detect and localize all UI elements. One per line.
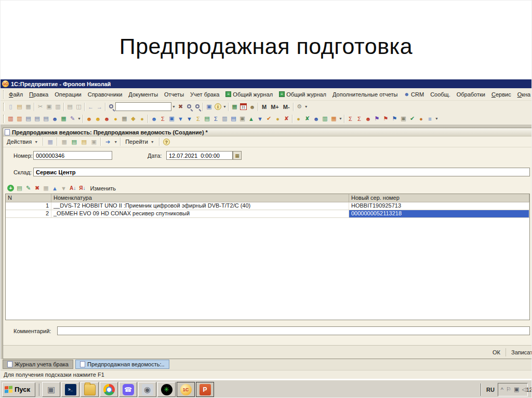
custom-icon[interactable]: ▥ bbox=[15, 114, 24, 123]
paste-icon[interactable]: ▥ bbox=[54, 102, 62, 111]
help-icon[interactable]: ? bbox=[163, 139, 170, 145]
move-down-icon[interactable]: ▼ bbox=[59, 184, 68, 193]
copy-icon[interactable]: ▣ bbox=[45, 102, 54, 111]
custom-icon[interactable]: Σ bbox=[355, 114, 364, 123]
open-icon[interactable]: ▤ bbox=[15, 102, 24, 111]
menu-item-учет-брака[interactable]: Учет брака bbox=[187, 90, 222, 99]
table-row[interactable]: 1__DVS-T2 HOBBIT UNO II :Приемник цифров… bbox=[6, 202, 529, 210]
find-next-icon[interactable] bbox=[187, 104, 191, 108]
network-icon[interactable]: ▣ bbox=[514, 386, 519, 393]
clear-search-icon[interactable]: ✖ bbox=[176, 102, 185, 111]
custom-icon[interactable]: ● bbox=[273, 114, 282, 123]
mdi-tab[interactable]: Журнал учета брака bbox=[3, 360, 73, 369]
ok-button[interactable]: ОК bbox=[487, 348, 506, 357]
custom-dropdown-icon[interactable]: ▼ bbox=[77, 117, 82, 120]
viber-button[interactable]: ☎ bbox=[119, 382, 137, 397]
custom-icon[interactable]: ≡ bbox=[425, 114, 434, 123]
copy-row-icon[interactable]: ▤ bbox=[15, 184, 24, 193]
custom-icon[interactable]: ✔ bbox=[264, 114, 273, 123]
custom-icon[interactable]: ▣ bbox=[238, 114, 247, 123]
menu-item-операции[interactable]: Операции bbox=[51, 90, 84, 99]
custom-icon[interactable]: ☻ bbox=[85, 114, 94, 123]
cut-icon[interactable]: ✂ bbox=[36, 102, 45, 111]
comment-field[interactable] bbox=[57, 326, 530, 335]
search-dropdown-icon[interactable]: ▼ bbox=[171, 105, 176, 108]
menu-item-отчеты[interactable]: Отчеты bbox=[161, 90, 187, 99]
table-cell[interactable]: HOBBIT190925713 bbox=[349, 202, 529, 210]
icq-button[interactable]: ✳ bbox=[157, 382, 176, 397]
info-icon[interactable]: i bbox=[215, 103, 221, 110]
menu-item-документы[interactable]: Документы bbox=[125, 90, 161, 99]
find-prev-icon[interactable] bbox=[195, 104, 200, 108]
toolbar-grip[interactable] bbox=[3, 103, 5, 111]
move-up-icon[interactable]: ▲ bbox=[50, 184, 59, 193]
custom-icon[interactable]: ☻ bbox=[312, 114, 321, 123]
goto-menu-button[interactable]: Перейти▼ bbox=[123, 138, 157, 146]
table-cell[interactable]: 2 bbox=[6, 210, 51, 217]
custom-icon[interactable]: Σ bbox=[211, 114, 220, 123]
menu-item-сообщ-[interactable]: Сообщ. bbox=[427, 90, 454, 99]
custom-icon[interactable]: ▤ bbox=[42, 114, 50, 123]
start-button[interactable]: Пуск bbox=[2, 382, 35, 397]
actions-menu-button[interactable]: Действия▼ bbox=[5, 138, 41, 146]
custom-icon[interactable]: ▥ bbox=[321, 114, 329, 123]
custom-icon[interactable]: ▦ bbox=[59, 114, 68, 123]
custom-icon[interactable]: ▦ bbox=[120, 114, 129, 123]
new-document-icon[interactable]: ▯ bbox=[6, 102, 15, 111]
search-input[interactable] bbox=[115, 102, 171, 111]
menu-item-общий-журнал[interactable]: ≡Общий журнал bbox=[276, 90, 329, 99]
table-cell[interactable]: _ОБМЕН EVO 09 HD CONAX ресивер спутников… bbox=[51, 210, 349, 217]
save-icon[interactable]: ▦ bbox=[24, 102, 33, 111]
custom-dropdown-icon[interactable]: ▼ bbox=[338, 117, 343, 120]
custom-icon[interactable]: ▤ bbox=[33, 114, 42, 123]
menu-item-общий-журнал[interactable]: ≡Общий журнал bbox=[222, 90, 276, 99]
redo-icon[interactable]: → bbox=[95, 102, 104, 111]
print-preview-icon[interactable]: ◫ bbox=[74, 102, 83, 111]
custom-icon[interactable]: ▼ bbox=[185, 114, 194, 123]
menu-item-справочники[interactable]: Справочники bbox=[85, 90, 126, 99]
custom-icon[interactable]: ▤ bbox=[229, 114, 238, 123]
number-field[interactable] bbox=[33, 151, 112, 160]
custom-icon[interactable]: ● bbox=[138, 114, 147, 123]
menu-item-окна[interactable]: Окна bbox=[514, 90, 532, 99]
custom-icon[interactable]: ✘ bbox=[282, 114, 291, 123]
1c-taskbar-button[interactable]: 1С bbox=[177, 382, 195, 397]
custom-dropdown-icon[interactable]: ▼ bbox=[434, 117, 439, 120]
menu-item-дополнительные-отчеты[interactable]: Дополнительные отчеты bbox=[329, 90, 401, 99]
action-post-icon[interactable]: ▦ bbox=[60, 138, 69, 146]
tools-dropdown-icon[interactable]: ▼ bbox=[304, 105, 309, 108]
custom-icon[interactable]: Σ bbox=[158, 114, 167, 123]
table-cell[interactable]: 0000000052113218 bbox=[349, 210, 529, 217]
language-indicator[interactable]: RU bbox=[483, 387, 498, 393]
action-copy-icon[interactable]: ▣ bbox=[89, 138, 98, 146]
flag-icon[interactable]: ⚐ bbox=[506, 386, 511, 393]
add-row-icon[interactable]: + bbox=[7, 185, 14, 191]
menu-item-обработки[interactable]: Обработки bbox=[454, 90, 488, 99]
custom-icon[interactable]: ▥ bbox=[220, 114, 229, 123]
sort-desc-icon[interactable]: Я↓ bbox=[79, 185, 85, 191]
action-send-dropdown-icon[interactable]: ▼ bbox=[113, 140, 118, 144]
toolbar-grip[interactable] bbox=[3, 90, 4, 99]
custom-icon[interactable]: ▥ bbox=[6, 114, 15, 123]
custom-icon[interactable]: ⚑ bbox=[381, 114, 390, 123]
info-dropdown-icon[interactable]: ▼ bbox=[222, 105, 227, 108]
custom-icon[interactable]: ☻ bbox=[102, 114, 111, 123]
table-cell[interactable]: 1 bbox=[6, 202, 51, 210]
custom-icon[interactable]: ⚑ bbox=[390, 114, 399, 123]
column-header[interactable]: Новый сер. номер bbox=[349, 194, 529, 202]
column-header[interactable]: N bbox=[6, 194, 51, 202]
custom-icon[interactable]: ☻ bbox=[364, 114, 373, 123]
chrome-button[interactable] bbox=[100, 382, 118, 397]
delete-row-icon[interactable]: ✖ bbox=[33, 184, 42, 193]
edit-button[interactable]: Изменить bbox=[90, 185, 116, 191]
find-icon[interactable] bbox=[109, 104, 113, 108]
menu-item-файл[interactable]: Файл bbox=[6, 90, 26, 99]
print-icon[interactable]: ▤ bbox=[65, 102, 74, 111]
powerpoint-button[interactable]: P bbox=[196, 382, 214, 397]
custom-icon[interactable]: Σ bbox=[194, 114, 203, 123]
date-picker-button[interactable]: ▦ bbox=[233, 151, 242, 160]
custom-icon[interactable]: ☻ bbox=[150, 114, 158, 123]
custom-icon[interactable]: ▣ bbox=[399, 114, 408, 123]
system-tools-button[interactable]: ▣ bbox=[42, 382, 60, 397]
menu-item-crm[interactable]: ☻CRM bbox=[401, 90, 428, 99]
